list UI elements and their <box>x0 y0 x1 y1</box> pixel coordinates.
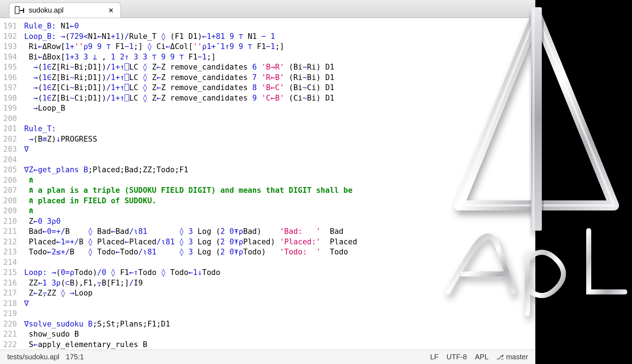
close-icon[interactable]: × <box>109 6 113 15</box>
status-branch: master <box>506 353 528 361</box>
line-number: 222 <box>0 339 17 350</box>
line-number: 208 <box>0 196 17 206</box>
line-number: 217 <box>0 288 17 298</box>
line-number: 197 <box>0 83 17 93</box>
line-number: 215 <box>0 267 17 278</box>
line-number: 192 <box>0 31 17 42</box>
line-number: 206 <box>0 175 17 186</box>
editor-window: ⎕⊣ sudoku.apl × 191192193194195196197198… <box>0 0 535 364</box>
line-number: 196 <box>0 72 17 83</box>
line-number: 198 <box>0 93 17 103</box>
tab-bar: ⎕⊣ sudoku.apl × <box>0 0 535 18</box>
line-number: 200 <box>0 114 17 124</box>
line-number: 201 <box>0 124 17 134</box>
line-number: 211 <box>0 226 17 237</box>
code-line[interactable]: →(B≡Z)↓PROGRESS <box>24 134 535 145</box>
code-line[interactable]: →Loop_B <box>24 103 535 114</box>
code-line[interactable]: Rule_B: N1←0 <box>24 21 535 31</box>
code-line[interactable]: ∇ <box>24 144 535 155</box>
code-line[interactable]: Bad←0=+/B ◊ Bad←Bad/⍳81 ◊ 3 Log (2 0⍕⍴Ba… <box>24 226 535 237</box>
code-line[interactable]: →(1∈Z[Bi~Ri;D1])/1+↑⎕LC ◊ Z←Z remove_can… <box>24 72 535 83</box>
line-number: 220 <box>0 319 17 329</box>
code-line[interactable]: Rule_T: <box>24 124 535 134</box>
code-line[interactable] <box>24 308 535 319</box>
code-line[interactable]: Ri←ΔRow[1+''⍴9 9 ⊤ F1−1;] ◊ Ci←ΔCol[''⍴1… <box>24 41 535 52</box>
code-line[interactable] <box>24 155 535 165</box>
code-line[interactable]: Loop_B: →(729<N1←N1+1)/Rule_T ◊ (F1 D1)←… <box>24 31 535 42</box>
code-area[interactable]: 1911921931941951961971981992002012022032… <box>0 18 535 350</box>
line-number: 221 <box>0 329 17 339</box>
tab-sudoku[interactable]: ⎕⊣ sudoku.apl × <box>9 3 121 18</box>
code-line[interactable]: Placed←1=+/B ◊ Placed←Placed/⍳81 ◊ 3 Log… <box>24 237 535 247</box>
code-line[interactable] <box>24 257 535 268</box>
file-icon: ⎕⊣ <box>15 6 25 15</box>
code-line[interactable]: Bi←ΔBox[1+3 3 ⊥ , 1 2↑ 3 3 ⊤ 9 9 ⊤ F1−1;… <box>24 52 535 62</box>
line-number: 209 <box>0 206 17 216</box>
code-line[interactable]: ∇solve_sudoku B;S;St;Plans;F1;D1 <box>24 319 535 329</box>
line-number: 204 <box>0 155 17 165</box>
line-number: 207 <box>0 185 17 196</box>
line-number: 216 <box>0 278 17 288</box>
code-line[interactable] <box>24 114 535 124</box>
line-number: 205 <box>0 165 17 175</box>
line-number: 210 <box>0 216 17 227</box>
status-path[interactable]: tests/sudoku.apl <box>7 353 60 361</box>
line-number: 203 <box>0 144 17 155</box>
tab-filename: sudoku.apl <box>29 6 64 14</box>
code-content[interactable]: Rule_B: N1←0Loop_B: →(729<N1←N1+1)/Rule_… <box>20 18 535 350</box>
line-number: 213 <box>0 247 17 257</box>
line-number: 191 <box>0 21 17 31</box>
line-number: 195 <box>0 62 17 72</box>
code-line[interactable]: ZZ←1 3⍴(⊂B),F1,⍪B[F1;]/I9 <box>24 278 535 288</box>
code-line[interactable]: →(1∈Z[Ci~Bi;D1])/1+↑⎕LC ◊ Z←Z remove_can… <box>24 83 535 93</box>
line-number: 218 <box>0 298 17 309</box>
status-eol[interactable]: LF <box>430 353 438 361</box>
git-branch-icon: ⎇ <box>496 354 504 361</box>
line-number: 219 <box>0 308 17 319</box>
status-cursor[interactable]: 175:1 <box>66 353 84 361</box>
line-number: 199 <box>0 103 17 114</box>
code-line[interactable]: Todo←2≤+/B ◊ Todo←Todo/⍳81 ◊ 3 Log (2 0⍕… <box>24 247 535 257</box>
status-language[interactable]: APL <box>475 353 489 361</box>
line-number: 193 <box>0 41 17 52</box>
code-line[interactable]: ⍝ placed in FIELD of SUDOKU. <box>24 196 535 206</box>
line-number: 202 <box>0 134 17 145</box>
code-line[interactable]: ⍝ <box>24 206 535 216</box>
line-number-gutter: 1911921931941951961971981992002012022032… <box>0 18 20 350</box>
code-line[interactable]: ∇Z←get_plans B;Placed;Bad;ZZ;Todo;F1 <box>24 165 535 175</box>
code-line[interactable]: →(1∈Z[Ri~Bi;D1])/1+↑⎕LC ◊ Z←Z remove_can… <box>24 62 535 72</box>
code-line[interactable]: ⍝ <box>24 175 535 186</box>
code-line[interactable]: S←apply_elementary_rules B <box>24 339 535 350</box>
code-line[interactable]: →(1∈Z[Bi~Ci;D1])/1+↑⎕LC ◊ Z←Z remove_can… <box>24 93 535 103</box>
status-bar: tests/sudoku.apl 175:1 LF UTF-8 APL ⎇ ma… <box>0 350 535 364</box>
status-encoding[interactable]: UTF-8 <box>447 353 467 361</box>
status-git[interactable]: ⎇ master <box>496 353 528 361</box>
code-line[interactable]: show_sudo B <box>24 329 535 339</box>
line-number: 212 <box>0 237 17 247</box>
code-line[interactable]: Z←Z⍪ZZ ◊ →Loop <box>24 288 535 298</box>
code-line[interactable]: ⍝ a plan is a triple (SUDOKU FIELD DIGIT… <box>24 185 535 196</box>
code-line[interactable]: Z←0 3⍴0 <box>24 216 535 227</box>
line-number: 214 <box>0 257 17 268</box>
code-line[interactable]: Loop: →(0=⍴Todo)/0 ◊ F1←↑Todo ◊ Todo←1↓T… <box>24 267 535 278</box>
line-number: 194 <box>0 52 17 62</box>
code-line[interactable]: ∇ <box>24 298 535 309</box>
